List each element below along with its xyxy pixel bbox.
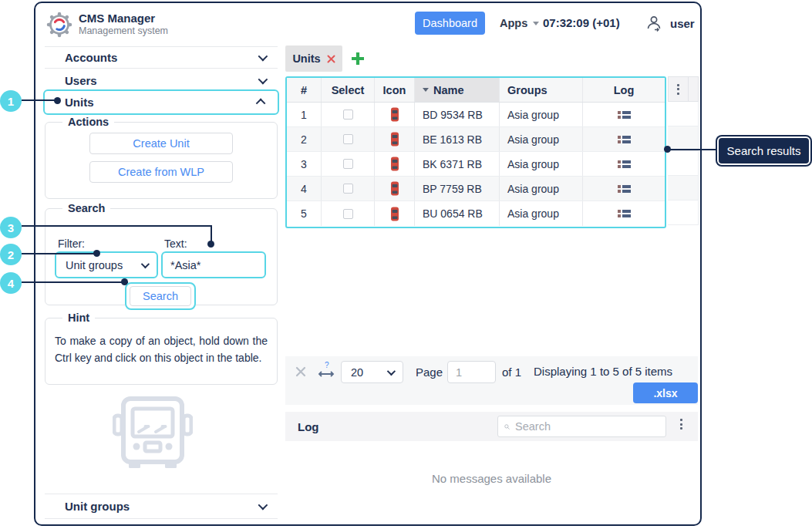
log-list-icon[interactable] bbox=[618, 184, 631, 194]
sort-desc-icon bbox=[423, 88, 429, 92]
log-list-icon[interactable] bbox=[618, 135, 631, 144]
text-label: Text: bbox=[164, 238, 187, 250]
log-search-input[interactable] bbox=[515, 420, 659, 433]
row-num: 3 bbox=[287, 152, 322, 176]
dashboard-button[interactable]: Dashboard bbox=[415, 12, 485, 35]
log-list-icon[interactable] bbox=[618, 160, 631, 169]
callout-3-line-h bbox=[22, 225, 212, 227]
log-search-field bbox=[497, 416, 666, 437]
app-logo-gear-icon bbox=[45, 11, 73, 39]
column-header-icon[interactable]: Icon bbox=[375, 78, 415, 102]
callout-2-dot bbox=[93, 250, 100, 257]
sidebar-item-users[interactable]: Users bbox=[45, 69, 278, 92]
row-checkbox[interactable] bbox=[343, 209, 353, 219]
add-tab-icon[interactable] bbox=[350, 51, 366, 66]
tab-units[interactable]: Units bbox=[285, 45, 342, 72]
table-row[interactable]: 4 BP 7759 RB Asia group bbox=[287, 177, 665, 201]
table-row[interactable]: 5 BU 0654 RB Asia group bbox=[287, 201, 665, 226]
results-table: # Select Icon Name Groups Log 1 BD 9534 … bbox=[285, 76, 666, 228]
hint-legend: Hint bbox=[62, 312, 95, 324]
sidebar-item-unit-groups[interactable]: Unit groups bbox=[45, 494, 278, 519]
page: CMS Manager Management system Dashboard … bbox=[0, 0, 812, 529]
unit-car-icon bbox=[390, 157, 399, 171]
log-list-icon[interactable] bbox=[618, 110, 631, 120]
search-button[interactable]: Search bbox=[130, 286, 191, 306]
column-header-select[interactable]: Select bbox=[322, 78, 375, 102]
search-button-highlight: Search bbox=[125, 282, 196, 310]
callout-3-dot bbox=[207, 241, 214, 248]
chevron-down-icon bbox=[387, 366, 396, 375]
table-row[interactable]: 3 BK 6371 RB Asia group bbox=[287, 152, 665, 177]
callout-4: 4 bbox=[0, 272, 22, 294]
bus-icon bbox=[113, 393, 193, 476]
actions-panel: Actions Create Unit Create from WLP bbox=[45, 116, 278, 199]
search-legend: Search bbox=[62, 202, 110, 214]
page-number-input[interactable] bbox=[447, 361, 496, 383]
unit-name: BP 7759 RB bbox=[415, 177, 500, 200]
create-unit-button[interactable]: Create Unit bbox=[89, 133, 233, 154]
sidebar-item-units[interactable]: Units bbox=[43, 89, 279, 115]
user-icon[interactable] bbox=[645, 15, 662, 32]
apps-menu-label: Apps bbox=[500, 17, 527, 29]
search-results-dot bbox=[664, 146, 671, 153]
unit-groups: Asia group bbox=[500, 103, 583, 126]
callout-3: 3 bbox=[0, 217, 22, 238]
page-label: Page bbox=[416, 366, 443, 379]
row-checkbox[interactable] bbox=[343, 159, 353, 169]
table-options-strip bbox=[668, 76, 699, 227]
fit-columns-icon[interactable]: ? bbox=[318, 361, 335, 381]
sidebar-item-accounts[interactable]: Accounts bbox=[45, 46, 278, 69]
filter-label: Filter: bbox=[58, 238, 85, 250]
callout-2: 2 bbox=[0, 244, 22, 265]
search-icon bbox=[504, 421, 510, 433]
log-list-icon[interactable] bbox=[618, 209, 631, 218]
strip-row bbox=[668, 151, 699, 176]
unit-car-icon bbox=[390, 207, 399, 221]
callout-2-line bbox=[22, 253, 99, 254]
column-header-name-label: Name bbox=[433, 84, 464, 96]
row-checkbox[interactable] bbox=[343, 110, 353, 120]
table-row[interactable]: 2 BE 1613 RB Asia group bbox=[287, 127, 665, 152]
strip-row bbox=[668, 176, 699, 200]
sidebar-item-label: Units bbox=[65, 96, 94, 109]
search-text-input[interactable] bbox=[163, 253, 264, 277]
row-num: 1 bbox=[287, 103, 322, 126]
username: user bbox=[670, 17, 695, 30]
column-header-log[interactable]: Log bbox=[583, 78, 665, 102]
column-header-num[interactable]: # bbox=[287, 78, 322, 102]
apps-menu[interactable]: Apps bbox=[500, 17, 539, 29]
actions-legend: Actions bbox=[62, 116, 114, 128]
callout-1-dot bbox=[54, 97, 61, 104]
unit-name: BK 6371 RB bbox=[415, 152, 500, 176]
pagination-bar: ? 20 Page of 1 Displaying 1 to 5 of 5 it… bbox=[285, 356, 698, 405]
app-subtitle: Management system bbox=[79, 25, 168, 36]
hint-text: To make a copy of an object, hold down t… bbox=[45, 324, 277, 366]
row-num: 4 bbox=[287, 177, 322, 200]
create-from-wlp-button[interactable]: Create from WLP bbox=[89, 161, 233, 183]
table-row[interactable]: 1 BD 9534 RB Asia group bbox=[287, 103, 665, 127]
clock: 07:32:09 (+01) bbox=[543, 16, 620, 29]
sidebar-item-label: Users bbox=[65, 74, 97, 87]
filter-select[interactable]: Unit groups bbox=[55, 251, 158, 278]
search-results-line bbox=[668, 149, 717, 150]
clear-selection-icon[interactable] bbox=[295, 366, 307, 378]
column-header-groups[interactable]: Groups bbox=[500, 78, 583, 102]
unit-car-icon bbox=[390, 181, 399, 196]
hint-panel: Hint To make a copy of an object, hold d… bbox=[45, 312, 278, 385]
unit-car-icon bbox=[390, 132, 399, 147]
tab-close-icon[interactable] bbox=[327, 55, 335, 63]
callout-4-line bbox=[22, 281, 128, 283]
page-size-select[interactable]: 20 bbox=[341, 361, 403, 383]
strip-row bbox=[668, 102, 699, 126]
column-header-name[interactable]: Name bbox=[415, 78, 500, 102]
column-settings-menu[interactable] bbox=[669, 77, 689, 101]
log-panel-header: Log bbox=[285, 412, 698, 441]
row-num: 5 bbox=[287, 201, 322, 226]
sidebar-item-label: Accounts bbox=[65, 51, 117, 64]
log-menu-icon[interactable] bbox=[680, 419, 682, 430]
page-of-label: of 1 bbox=[502, 366, 521, 379]
row-checkbox[interactable] bbox=[343, 184, 353, 194]
unit-groups: Asia group bbox=[500, 152, 583, 176]
export-xlsx-button[interactable]: .xlsx bbox=[633, 382, 698, 403]
row-checkbox[interactable] bbox=[343, 134, 353, 144]
